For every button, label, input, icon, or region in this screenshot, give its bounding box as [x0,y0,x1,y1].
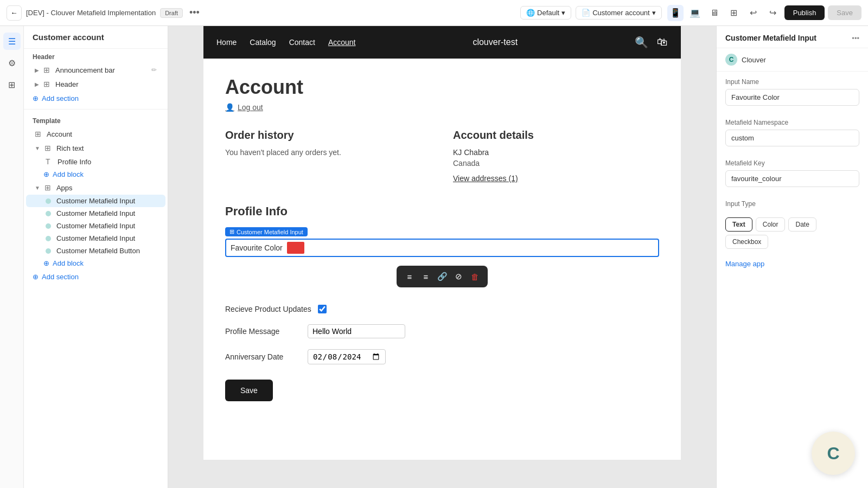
page-title: Account [225,76,659,99]
zoom-button[interactable]: ⊞ [726,5,742,21]
theme-selector-label: Default [537,9,559,17]
nav-contact[interactable]: Contact [289,38,315,47]
add-block-button-1[interactable]: ⊕ Add block [24,168,168,181]
app-name: Clouver [742,56,766,64]
type-checkbox-button[interactable]: Checkbox [725,235,768,249]
text-icon: T [46,157,54,166]
plus-icon-3: ⊕ [43,259,49,267]
right-panel-more-button[interactable]: ••• [852,34,859,42]
topbar-right: 📱 💻 🖥 ⊞ ↩ ↪ Publish Save [667,5,861,21]
layout-icon-2: ⊞ [43,80,52,88]
sidebar-sections-icon[interactable]: ☰ [3,33,21,50]
rich-text-label: Rich text [56,144,84,152]
chevron-down-icon-3: ▼ [35,145,40,151]
save-profile-button[interactable]: Save [225,380,273,401]
back-button[interactable]: ← [7,5,22,21]
delete-button[interactable]: 🗑 [467,269,482,284]
account-name: KJ Chabra [453,148,659,157]
topbar-more-button[interactable]: ••• [189,7,200,18]
type-color-button[interactable]: Color [756,217,786,232]
globe-icon: 🌐 [526,9,535,17]
input-name-input[interactable] [725,89,859,106]
type-date-button[interactable]: Date [788,217,816,232]
store-logo: clouver-test [473,37,518,47]
app-dot-5 [46,248,51,254]
redo-button[interactable]: ↪ [765,5,781,21]
page-selector-label: Customer account [592,9,650,17]
metafield-key-input[interactable] [725,170,859,187]
sidebar-item-apps[interactable]: ▼ ⊞ Apps [26,181,165,195]
topbar-left: ← [DEV] - Clouver Metafield Implementati… [7,5,515,21]
user-icon: 👤 [225,103,234,112]
add-section-button-1[interactable]: ⊕ Add section [24,91,168,106]
mobile-view-button[interactable]: 📱 [667,5,684,21]
tablet-view-button[interactable]: 💻 [687,5,703,21]
anniversary-date-input[interactable] [308,349,386,364]
add-section-label-1: Add section [42,94,79,102]
cart-icon[interactable]: 🛍 [657,36,668,49]
sidebar-settings-icon[interactable]: ⚙ [3,54,21,72]
sidebar-item-profile-info[interactable]: T Profile Info [26,155,165,168]
plus-icon: ⊕ [33,94,39,102]
view-addresses-link[interactable]: View addresses (1) [453,174,659,183]
store-nav: Home Catalog Contact Account clouver-tes… [203,26,681,59]
nav-catalog[interactable]: Catalog [250,38,276,47]
search-icon[interactable]: 🔍 [635,36,648,49]
edit-icon[interactable]: ✏ [151,66,157,74]
sidebar-item-cmi-2[interactable]: Customer Metafield Input [26,207,165,220]
anniversary-date-label: Anniversary Date [225,352,301,361]
nav-home[interactable]: Home [216,38,237,47]
sidebar-apps-icon[interactable]: ⊞ [3,76,21,93]
plus-icon-4: ⊕ [33,273,39,281]
chevron-down-icon-2: ▾ [652,9,656,17]
profile-message-input[interactable] [308,324,405,338]
align-left-button[interactable]: ≡ [402,269,417,284]
colour-text-input[interactable] [307,243,654,252]
metafield-key-label: Metafield Key [725,159,859,167]
sidebar-content: Customer account Header ▶ ⊞ Announcement… [24,26,168,488]
chevron-right-icon: ▶ [35,67,39,73]
sidebar-item-cmi-3[interactable]: Customer Metafield Input [26,220,165,232]
sidebar-item-rich-text[interactable]: ▼ ⊞ Rich text [26,141,165,155]
add-section-label-2: Add section [42,273,79,281]
edit-button[interactable]: ⊘ [451,269,466,284]
store-nav-links: Home Catalog Contact Account [216,38,355,47]
add-block-label-2: Add block [53,259,84,267]
sidebar-item-cmi-1[interactable]: Customer Metafield Input [26,195,165,207]
save-button[interactable]: Save [828,5,861,20]
undo-button[interactable]: ↩ [745,5,762,21]
sidebar-item-cmi-4[interactable]: Customer Metafield Input [26,232,165,245]
page-content: Account 👤 Log out Order history You have… [203,59,681,419]
nav-account[interactable]: Account [328,38,356,47]
add-section-button-2[interactable]: ⊕ Add section [24,269,168,284]
sidebar-item-announcement-bar[interactable]: ▶ ⊞ Announcement bar ✏ [26,63,165,77]
sidebar-item-header[interactable]: ▶ ⊞ Header [26,77,165,91]
receive-updates-checkbox[interactable] [318,305,327,313]
app-icon: C [725,54,737,66]
link-button[interactable]: 🔗 [435,269,450,284]
add-block-label-1: Add block [53,170,84,178]
logout-link[interactable]: 👤 Log out [225,103,659,112]
input-name-label: Input Name [725,78,859,86]
sidebar-item-cmb-1[interactable]: Customer Metafield Button [26,245,165,257]
input-name-field: Input Name [717,72,868,112]
profile-info-label: Profile Info [58,158,91,166]
input-type-label: Input Type [725,200,859,208]
metafield-namespace-input[interactable] [725,130,859,146]
layout-icon: ⊞ [43,66,52,74]
favourite-color-input-row[interactable]: Favourite Color [225,239,659,257]
type-text-button[interactable]: Text [725,217,752,232]
manage-app-link[interactable]: Manage app [717,255,868,272]
cmi-4-label: Customer Metafield Input [56,234,135,242]
publish-button[interactable]: Publish [784,5,825,20]
page-selector[interactable]: 📄 Customer account ▾ [576,6,662,20]
color-swatch[interactable] [287,242,304,254]
clouver-logo: C [827,444,839,464]
align-center-button[interactable]: ≡ [418,269,433,284]
page-project-title: [DEV] - Clouver Metafield Implementation [26,9,156,17]
add-block-button-2[interactable]: ⊕ Add block [24,257,168,269]
theme-selector[interactable]: 🌐 Default ▾ [520,6,571,20]
chevron-right-icon-2: ▶ [35,81,39,87]
sidebar-item-account[interactable]: ⊞ Account [26,127,165,141]
desktop-view-button[interactable]: 🖥 [706,5,723,21]
